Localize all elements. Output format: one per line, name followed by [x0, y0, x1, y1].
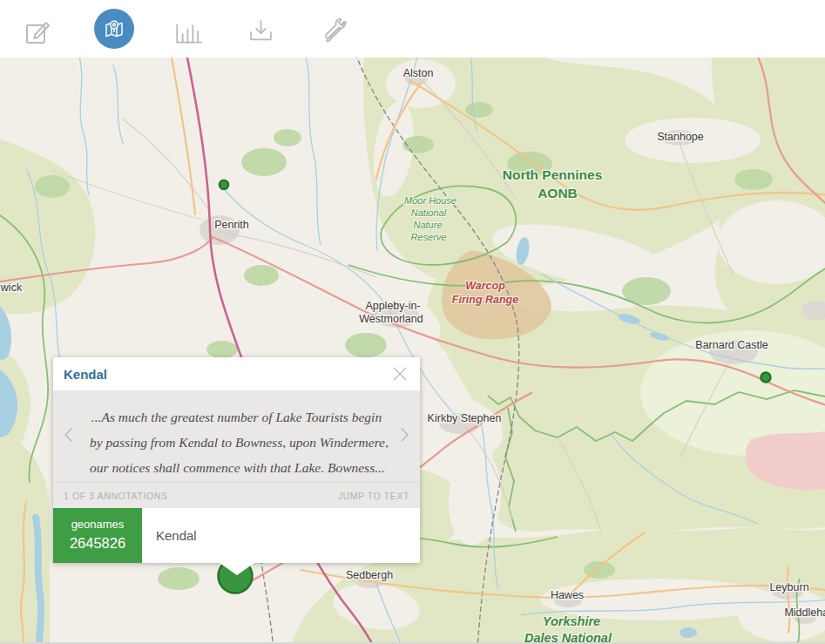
popup-header: Kendal [53, 357, 420, 390]
quote-line: our notices shall commence with that Lak… [90, 455, 383, 480]
quote-line: ...As much the greatest number of Lake T… [90, 404, 383, 430]
tools-icon [321, 17, 351, 46]
map-label: Reserve [411, 232, 447, 242]
prev-annotation-button[interactable] [59, 422, 78, 448]
annotation-pager: 1 OF 3 ANNOTATIONS [64, 491, 338, 501]
map-pin-icon [101, 16, 127, 42]
annotation-quote: ...As much the greatest number of Lake T… [90, 404, 383, 480]
map-label: Westmorland [359, 313, 423, 325]
download-button[interactable] [247, 18, 275, 45]
map-label: Sedbergh [346, 569, 393, 581]
jump-to-text-button[interactable]: JUMP TO TEXT [338, 491, 409, 501]
popup-entity-row: geonames 2645826 Kendal [53, 508, 420, 563]
close-button[interactable] [390, 364, 409, 383]
map-label: Barnard Castle [695, 339, 768, 351]
map-label: Moor House [404, 195, 456, 206]
map-marker-barnard-castle[interactable] [761, 373, 771, 383]
chevron-left-icon [59, 422, 78, 448]
map-label: Hawes [551, 589, 584, 601]
map-label: North Pennines [503, 167, 603, 182]
map-label: National [411, 207, 447, 218]
map-label: Warcop [465, 280, 505, 292]
map-label: Leyburn [769, 581, 808, 593]
chevron-right-icon [395, 422, 414, 448]
map-label: Middleham [784, 607, 825, 619]
annotation-map-app: AlstonStanhopeNorth PenninesAONBMoor Hou… [0, 0, 825, 644]
map-label: Penrith [214, 219, 249, 231]
map-label: Yorkshire [543, 614, 600, 628]
map-label: Appleby-in- [365, 300, 420, 312]
bar-chart-icon [173, 20, 203, 46]
map-label: Nature [413, 220, 442, 230]
badge-source: geonames [71, 517, 125, 533]
map-label: Dales National [524, 631, 612, 644]
map-label: Alston [403, 67, 434, 79]
toolbar [0, 0, 825, 58]
popup-title: Kendal [64, 367, 390, 382]
pencil-square-icon [24, 18, 51, 46]
settings-button[interactable] [321, 17, 351, 46]
geonames-badge[interactable]: geonames 2645826 [53, 508, 142, 563]
map-label: AONB [538, 186, 578, 200]
quote-line: by passing from Kendal to Bowness, upon … [90, 430, 383, 455]
next-annotation-button[interactable] [395, 422, 414, 448]
popup-footer: 1 OF 3 ANNOTATIONS JUMP TO TEXT [53, 482, 420, 508]
popup-body: ...As much the greatest number of Lake T… [53, 390, 420, 482]
edit-button[interactable] [24, 18, 51, 46]
map-view-button[interactable] [94, 9, 134, 49]
map-label: Firing Range [452, 294, 518, 306]
map-label: Stanhope [657, 131, 704, 143]
download-icon [247, 18, 275, 45]
annotation-popup: Kendal ...As much the greatest number of… [53, 357, 420, 563]
map-marker-penrith[interactable] [220, 180, 228, 189]
badge-id: 2645826 [70, 533, 125, 554]
close-icon [390, 364, 409, 383]
map-label: Kirkby Stephen [428, 412, 502, 424]
map-label: wick [0, 281, 23, 294]
entity-label: Kendal [142, 508, 197, 563]
chart-view-button[interactable] [173, 20, 203, 46]
